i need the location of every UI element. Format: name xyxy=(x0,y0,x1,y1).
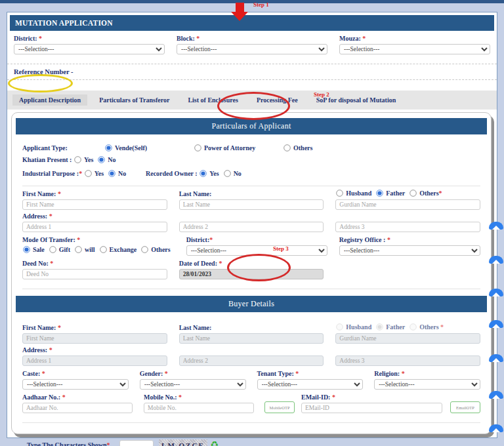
tab-sop-disposal[interactable]: SoP for disposal of Mutation xyxy=(310,94,403,106)
buyer-name-row: First Name: * Last Name: Husband Father xyxy=(12,323,491,344)
father-option[interactable]: Father xyxy=(375,189,405,197)
buyer-father-option: Father xyxy=(375,323,405,331)
buyer-address3-input xyxy=(335,355,480,366)
husband-radio[interactable] xyxy=(337,190,343,196)
mobile-label: Mobile No.: * xyxy=(144,394,254,401)
divider xyxy=(22,289,480,289)
caste-label: Caste: * xyxy=(22,370,129,377)
transfer-row: Mode Of Transfer: * Sale Gift will xyxy=(12,236,491,256)
gift-radio[interactable] xyxy=(49,246,56,253)
applicant-type-vende-option[interactable]: Vende(Self) xyxy=(104,144,190,152)
mode-others-option[interactable]: Others xyxy=(140,245,170,254)
buyer-husband-radio xyxy=(337,323,343,330)
khatian-yes-radio[interactable] xyxy=(74,156,81,163)
captcha-input[interactable] xyxy=(119,440,154,446)
mode-exchange-option[interactable]: Exchange xyxy=(99,245,137,254)
divider xyxy=(22,186,480,186)
khatian-yes-label: Yes xyxy=(84,156,93,163)
industrial-yes-option[interactable]: Yes xyxy=(84,169,104,178)
exchange-radio[interactable] xyxy=(100,246,106,253)
tab-particulars-of-transferor[interactable]: Particulars of Transferor xyxy=(93,94,176,106)
deed-no-input[interactable] xyxy=(22,269,167,279)
mobile-otp-button[interactable]: MobileOTP xyxy=(264,401,295,413)
address3-input[interactable] xyxy=(335,222,480,232)
guardian-name-input[interactable] xyxy=(335,199,480,210)
recorded-owner-yes-radio[interactable] xyxy=(200,170,206,176)
aadhaar-label: Aadhaar No.: * xyxy=(22,394,133,401)
mode-will-option[interactable]: will xyxy=(74,245,95,254)
scroll-up-arrow-icon xyxy=(489,289,503,296)
recorded-owner-yes-option[interactable]: Yes xyxy=(199,169,219,178)
deed-district-select[interactable]: ---Selection--- xyxy=(186,245,327,256)
industrial-yes-radio[interactable] xyxy=(85,170,91,176)
first-name-label: First Name: * xyxy=(22,190,167,197)
khatian-no-radio[interactable] xyxy=(98,156,105,163)
buyer-others-option: Others * xyxy=(409,323,444,331)
mode-sale-option[interactable]: Sale xyxy=(22,245,45,254)
husband-option[interactable]: Husband xyxy=(335,189,371,197)
tenant-type-select[interactable]: ---Selection--- xyxy=(257,379,364,390)
mobile-input[interactable] xyxy=(144,403,254,413)
religion-select[interactable]: ---Selection--- xyxy=(374,379,480,390)
buyer-husband-label: Husband xyxy=(346,323,371,331)
tab-applicant-description[interactable]: Applicant Description xyxy=(12,94,87,106)
district-label: District: * xyxy=(14,35,165,42)
khatian-yes-option[interactable]: Yes xyxy=(74,155,93,164)
first-name-input[interactable] xyxy=(22,199,167,210)
guardian-others-option[interactable]: Others* xyxy=(409,189,442,197)
recorded-owner-no-radio[interactable] xyxy=(224,170,230,176)
email-otp-button[interactable]: EmailOTP xyxy=(450,401,480,413)
mode-of-transfer-options: Sale Gift will Exchange xyxy=(22,245,175,254)
caste-select[interactable]: ---Selection--- xyxy=(22,379,129,390)
last-name-input[interactable] xyxy=(179,199,324,210)
scroll-up-arrow-icon xyxy=(489,424,503,432)
scroll-up-arrow-icon xyxy=(489,256,503,264)
scroll-up-arrow-icon xyxy=(489,222,503,230)
khatian-no-option[interactable]: No xyxy=(97,155,116,164)
block-select[interactable]: ---Selection--- xyxy=(177,44,327,54)
gender-select[interactable]: ---Selection--- xyxy=(140,379,246,390)
religion-label: Religion: * xyxy=(374,370,480,377)
email-input[interactable] xyxy=(301,403,442,413)
tab-list-of-enclosures[interactable]: List of Enclosures xyxy=(181,94,245,106)
power-of-attorney-radio[interactable] xyxy=(194,144,201,151)
district-select[interactable]: ---Selection--- xyxy=(14,44,165,54)
vende-self-label: Vende(Self) xyxy=(115,144,147,152)
buyer-others-label: Others xyxy=(419,323,438,331)
top-strip xyxy=(0,0,504,3)
mode-gift-option[interactable]: Gift xyxy=(49,245,70,254)
tab-processing-fee[interactable]: Processing Fee xyxy=(250,94,304,106)
recorded-owner-no-option[interactable]: No xyxy=(223,169,242,178)
industrial-no-radio[interactable] xyxy=(108,170,115,176)
others-radio[interactable] xyxy=(284,144,290,151)
tenant-type-label: Tenant Type: * xyxy=(257,370,364,377)
buyer-father-radio xyxy=(377,323,383,330)
applicant-form-card: Particulars of Applicant Applicant Type:… xyxy=(11,112,492,434)
captcha-row: Type The Characters Shown* LM QZCF ♻ xyxy=(27,439,497,446)
captcha-label: Type The Characters Shown* xyxy=(27,441,110,446)
aadhaar-input[interactable] xyxy=(22,403,133,413)
industrial-no-option[interactable]: No xyxy=(108,169,126,178)
applicant-type-others-option[interactable]: Others xyxy=(283,144,312,152)
industrial-purpose-row: Industrial Purpose :* Yes No Recorded Ow… xyxy=(12,169,491,178)
industrial-yes-label: Yes xyxy=(94,170,104,177)
address2-input[interactable] xyxy=(179,222,324,232)
page-title: MUTATION APPLICATION xyxy=(10,15,494,31)
mode-others-radio[interactable] xyxy=(142,246,148,253)
applicant-type-poa-option[interactable]: Power of Attorney xyxy=(194,144,279,152)
father-radio[interactable] xyxy=(377,190,383,196)
guardian-others-radio[interactable] xyxy=(410,190,416,196)
buyer-address-row: Address: * xyxy=(12,346,491,366)
captcha-refresh-icon[interactable]: ♻ xyxy=(211,441,219,446)
address1-input[interactable] xyxy=(22,222,167,232)
applicant-address-row: Address: * xyxy=(12,213,491,232)
sale-radio[interactable] xyxy=(23,246,30,253)
will-label: will xyxy=(85,246,95,253)
guardian-relation-row: Husband Father Others* xyxy=(335,189,480,197)
applicant-type-label: Applicant Type: xyxy=(22,144,104,152)
applicant-type-row: Applicant Type: Vende(Self) Power of Att… xyxy=(12,144,491,152)
registry-office-select[interactable]: ---Selection--- xyxy=(339,245,480,256)
mouza-select[interactable]: ---Selection--- xyxy=(339,44,490,54)
will-radio[interactable] xyxy=(75,246,81,253)
vende-self-radio[interactable] xyxy=(105,144,112,151)
